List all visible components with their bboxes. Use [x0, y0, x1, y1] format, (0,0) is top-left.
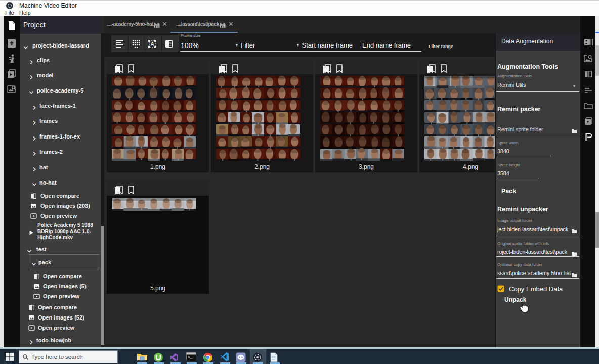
svg-text:A: A	[151, 41, 154, 47]
svg-text:>_: >_	[188, 355, 193, 359]
